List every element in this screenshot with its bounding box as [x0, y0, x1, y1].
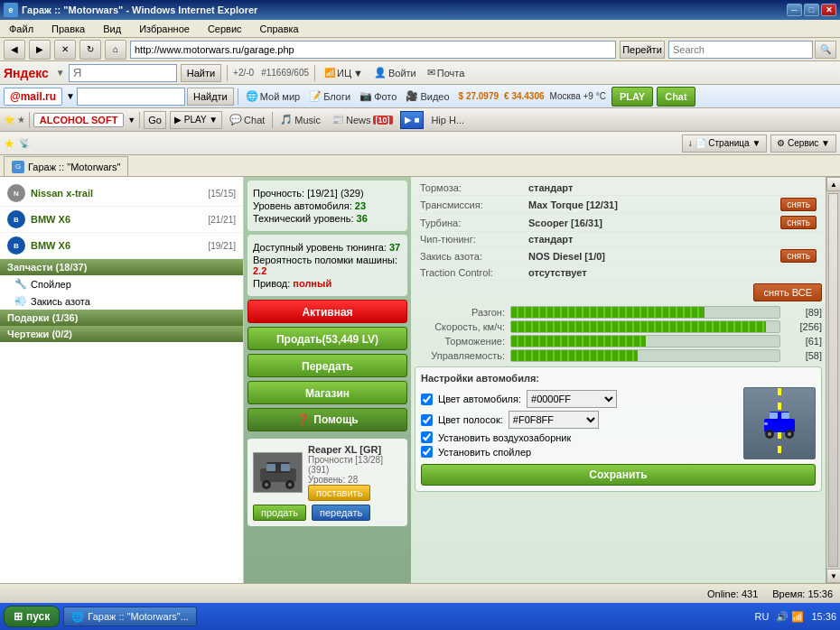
taskbar-app-item[interactable]: 🌐 Гараж :: "Motorwars"...: [63, 607, 197, 626]
mail-button[interactable]: ✉ Почта: [424, 64, 469, 82]
play-button-wrap: PLAY: [611, 87, 653, 107]
car-levels-bmw1: [21/21]: [208, 215, 236, 225]
perf-speed: Скорость, км/ч: [256]: [415, 320, 822, 333]
save-button[interactable]: Сохранить: [421, 464, 816, 486]
mail-dropdown[interactable]: ▼: [66, 91, 75, 101]
car-transfer-button[interactable]: передать: [312, 505, 370, 521]
section-blueprints[interactable]: Чертежи (0/2): [0, 326, 243, 342]
tech-level-value: 36: [357, 213, 368, 224]
home-button[interactable]: ⌂: [105, 40, 126, 60]
car-bmw1[interactable]: B BMW X6 [21/21]: [0, 207, 243, 233]
svg-point-13: [788, 432, 791, 436]
stripe-color-select[interactable]: #F0F8FF: [509, 411, 599, 429]
braking-label: Торможение:: [415, 336, 505, 347]
menu-view[interactable]: Вид: [98, 22, 126, 36]
music-button[interactable]: 🎵 Music: [276, 111, 324, 129]
car-color-checkbox[interactable]: [421, 394, 433, 405]
forward-button[interactable]: ▶: [29, 40, 51, 60]
menu-favorites[interactable]: Избранное: [134, 22, 195, 36]
help-label: Помощь: [313, 408, 358, 431]
stripe-color-checkbox[interactable]: [421, 414, 433, 426]
menu-edit[interactable]: Правка: [46, 22, 90, 36]
performance-section: Разгон: [89] Скорость, км/ч: [256] Тормо…: [415, 304, 822, 364]
alcohol-dropdown[interactable]: ▼: [127, 116, 135, 125]
scroll-down-btn[interactable]: ▼: [826, 569, 840, 583]
search-button[interactable]: 🔍: [815, 41, 836, 59]
brakes-value: стандарт: [523, 181, 727, 196]
spoiler-checkbox[interactable]: [421, 446, 433, 458]
transmission-value: Max Torque [12/31]: [523, 196, 727, 214]
chat-button[interactable]: Chat: [657, 87, 695, 107]
favorites-star[interactable]: ★: [4, 136, 15, 151]
remove-all-button[interactable]: снять ВСЕ: [753, 283, 822, 301]
video-player-btn[interactable]: ▶ ■: [400, 111, 425, 129]
menu-tools[interactable]: Сервис: [202, 22, 247, 36]
car-name-nissan: Nissan x-trail: [31, 188, 202, 199]
menu-bar: Файл Правка Вид Избранное Сервис Справка: [0, 20, 840, 38]
scroll-thumb[interactable]: [828, 193, 838, 567]
active-button[interactable]: Активная: [247, 300, 407, 323]
section-spoiler[interactable]: 🔧 Спойлер: [0, 275, 243, 292]
hip-button[interactable]: Hip H...: [427, 111, 468, 129]
mail-search-input[interactable]: [77, 88, 185, 106]
chat-btn-2[interactable]: 💬 Chat: [226, 111, 268, 129]
section-parts[interactable]: Запчасти (18/37): [0, 259, 243, 275]
address-input[interactable]: [130, 41, 616, 59]
refresh-button[interactable]: ↻: [79, 40, 101, 60]
settings-box: Настройки автомобиля: Цвет автомобиля: #…: [415, 366, 822, 492]
menu-help[interactable]: Справка: [255, 22, 304, 36]
go-button-2[interactable]: Go: [144, 111, 166, 129]
go-button[interactable]: Перейти: [620, 41, 665, 59]
transfer-button[interactable]: Передать: [247, 354, 407, 377]
time-display: Время: 15:36: [772, 588, 833, 599]
yandex-search-input[interactable]: [69, 64, 177, 82]
login-button[interactable]: 👤 Войти: [370, 64, 420, 82]
shop-button[interactable]: Магазин: [247, 381, 407, 404]
close-button[interactable]: ✕: [821, 4, 836, 16]
spoiler-row: Установить спойлер: [421, 446, 738, 458]
prop-chip: Чип-тюнинг: стандарт: [415, 232, 822, 247]
drive-value: полный: [293, 278, 331, 289]
sell-button[interactable]: Продать(53,449 LV): [247, 327, 407, 350]
install-button[interactable]: поставить: [308, 485, 370, 501]
section-nos[interactable]: 💨 Закись азота: [0, 292, 243, 310]
help-button[interactable]: ❓ Помощь: [247, 408, 407, 431]
car-color-select[interactable]: #0000FF: [527, 390, 617, 408]
car-item-box: Reaper XL [GR] Прочности [13/28] (391) У…: [247, 439, 407, 526]
nav-tools-btn[interactable]: ↓ 📄 Страница ▼: [682, 134, 768, 153]
nav-service-btn[interactable]: ⚙ Сервис ▼: [770, 134, 836, 153]
maximize-button[interactable]: □: [804, 4, 819, 16]
remove-nos-btn[interactable]: снять: [780, 249, 817, 263]
chat-button-wrap: Chat: [657, 87, 695, 107]
menu-file[interactable]: Файл: [4, 22, 39, 36]
car-sell-button[interactable]: продать: [253, 505, 306, 521]
mail-find-button[interactable]: Найдти: [187, 88, 234, 106]
scroll-up-btn[interactable]: ▲: [826, 177, 840, 191]
intake-checkbox[interactable]: [421, 431, 433, 443]
remove-transmission-btn[interactable]: снять: [780, 198, 817, 211]
perf-braking: Торможение: [61]: [415, 335, 822, 347]
page-tab[interactable]: G Гараж :: "Motorwars": [4, 156, 128, 176]
accel-label: Разгон:: [415, 307, 505, 318]
section-gifts[interactable]: Подарки (1/36): [0, 310, 243, 326]
car-tuning-box: Доступный уровень тюнинга: 37 Вероятност…: [247, 235, 407, 296]
news-button[interactable]: 📰 News [10]: [328, 111, 397, 129]
ic-button[interactable]: 📶 ИЦ ▼: [321, 64, 367, 82]
start-button[interactable]: ⊞ пуск: [4, 606, 60, 627]
yandex-find-button[interactable]: Найти: [181, 64, 221, 82]
back-button[interactable]: ◀: [4, 40, 25, 60]
photo-button[interactable]: 📷 Фото: [356, 88, 400, 106]
my-world-button[interactable]: 🌐 Мой мир: [242, 88, 303, 106]
play-button[interactable]: PLAY: [611, 87, 653, 107]
stop-button[interactable]: ✕: [54, 40, 76, 60]
minimize-button[interactable]: ─: [787, 4, 802, 16]
svg-rect-16: [764, 422, 768, 425]
search-input[interactable]: [668, 41, 813, 59]
play-btn-2[interactable]: ▶ PLAY ▼: [170, 111, 222, 129]
blogs-button[interactable]: 📝 Блоги: [305, 88, 354, 106]
car-svg: [757, 401, 802, 446]
car-nissan[interactable]: N Nissan x-trail [15/15]: [0, 181, 243, 207]
car-bmw2[interactable]: B BMW X6 [19/21]: [0, 233, 243, 259]
video-button[interactable]: 🎥 Видео: [402, 88, 453, 106]
remove-turbo-btn[interactable]: снять: [780, 216, 817, 229]
